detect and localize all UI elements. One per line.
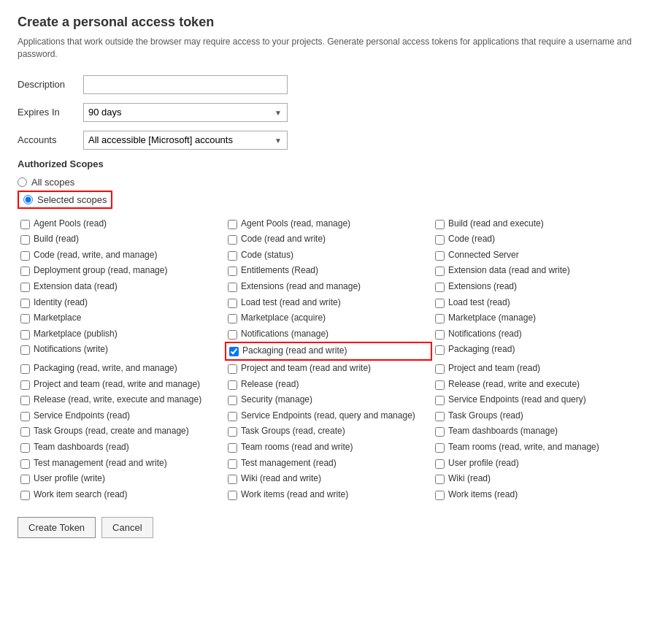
scope-checkbox-26[interactable] [435, 345, 445, 355]
scope-item-14[interactable]: Extensions (read) [432, 279, 639, 295]
scope-item-45[interactable]: Test management (read and write) [18, 456, 225, 472]
scope-item-10[interactable]: Entitlements (Read) [225, 263, 432, 279]
scope-checkbox-15[interactable] [20, 299, 30, 308]
scope-checkbox-34[interactable] [228, 396, 237, 405]
scope-item-6[interactable]: Code (read, write, and manage) [18, 248, 225, 264]
scope-item-29[interactable]: Project and team (read) [432, 361, 639, 377]
all-scopes-option[interactable]: All scopes [18, 177, 639, 188]
scope-checkbox-24[interactable] [20, 345, 30, 355]
scope-checkbox-19[interactable] [228, 314, 237, 323]
scope-item-26[interactable]: Packaging (read) [432, 342, 639, 361]
scope-item-2[interactable]: Build (read and execute) [432, 216, 639, 232]
scope-checkbox-38[interactable] [435, 412, 445, 421]
scope-checkbox-20[interactable] [435, 314, 445, 323]
scope-checkbox-48[interactable] [20, 475, 30, 484]
scope-checkbox-17[interactable] [435, 299, 445, 308]
scope-item-34[interactable]: Security (manage) [225, 392, 432, 408]
scope-item-25[interactable]: Packaging (read and write) [225, 342, 432, 361]
scope-item-36[interactable]: Service Endpoints (read) [18, 408, 225, 424]
scope-item-46[interactable]: Test management (read) [225, 456, 432, 472]
scope-item-48[interactable]: User profile (write) [18, 471, 225, 487]
scope-item-11[interactable]: Extension data (read and write) [432, 263, 639, 279]
scope-checkbox-3[interactable] [20, 235, 30, 245]
scope-item-41[interactable]: Team dashboards (manage) [432, 423, 639, 440]
scope-checkbox-27[interactable] [20, 364, 30, 374]
scope-checkbox-2[interactable] [435, 220, 445, 229]
scope-item-9[interactable]: Deployment group (read, manage) [18, 263, 225, 279]
scope-checkbox-13[interactable] [228, 283, 237, 292]
scope-item-44[interactable]: Team rooms (read, write, and manage) [432, 440, 639, 456]
scope-checkbox-29[interactable] [435, 364, 445, 374]
scope-item-22[interactable]: Notifications (manage) [225, 326, 432, 342]
scope-checkbox-28[interactable] [228, 364, 237, 374]
scope-item-33[interactable]: Release (read, write, execute and manage… [18, 392, 225, 408]
scope-checkbox-16[interactable] [228, 299, 237, 308]
scope-checkbox-53[interactable] [435, 491, 445, 500]
selected-scopes-option[interactable]: Selected scopes [18, 191, 639, 209]
scope-item-1[interactable]: Agent Pools (read, manage) [225, 216, 432, 232]
scope-checkbox-41[interactable] [435, 427, 445, 437]
scope-checkbox-52[interactable] [228, 491, 237, 500]
scope-item-16[interactable]: Load test (read and write) [225, 295, 432, 311]
scope-item-42[interactable]: Team dashboards (read) [18, 440, 225, 456]
scope-checkbox-8[interactable] [435, 251, 445, 261]
scope-item-37[interactable]: Service Endpoints (read, query and manag… [225, 408, 432, 424]
scope-item-30[interactable]: Project and team (read, write and manage… [18, 377, 225, 393]
scope-checkbox-30[interactable] [20, 380, 30, 390]
scope-checkbox-6[interactable] [20, 251, 30, 261]
scope-item-38[interactable]: Task Groups (read) [432, 408, 639, 424]
description-input[interactable] [83, 75, 288, 94]
scope-checkbox-25[interactable] [229, 347, 239, 356]
scope-item-51[interactable]: Work item search (read) [18, 487, 225, 503]
scope-checkbox-39[interactable] [20, 427, 30, 437]
scope-checkbox-37[interactable] [228, 412, 237, 421]
scope-checkbox-40[interactable] [228, 427, 237, 437]
scope-checkbox-46[interactable] [228, 459, 237, 469]
scope-item-18[interactable]: Marketplace [18, 310, 225, 326]
scope-item-13[interactable]: Extensions (read and manage) [225, 279, 432, 295]
scope-item-21[interactable]: Marketplace (publish) [18, 326, 225, 342]
scope-checkbox-23[interactable] [435, 330, 445, 340]
scope-checkbox-44[interactable] [435, 443, 445, 453]
scope-checkbox-10[interactable] [228, 267, 237, 276]
scope-item-27[interactable]: Packaging (read, write, and manage) [18, 361, 225, 377]
scope-item-28[interactable]: Project and team (read and write) [225, 361, 432, 377]
scope-checkbox-7[interactable] [228, 251, 237, 261]
scope-item-4[interactable]: Code (read and write) [225, 231, 432, 248]
scope-checkbox-42[interactable] [20, 443, 30, 453]
scope-checkbox-0[interactable] [20, 220, 30, 229]
scope-checkbox-33[interactable] [20, 396, 30, 405]
scope-item-39[interactable]: Task Groups (read, create and manage) [18, 423, 225, 440]
scope-item-43[interactable]: Team rooms (read and write) [225, 440, 432, 456]
accounts-select[interactable]: All accessible [Microsoft] accounts [83, 131, 288, 150]
scope-item-50[interactable]: Wiki (read) [432, 471, 639, 487]
scope-item-7[interactable]: Code (status) [225, 248, 432, 264]
all-scopes-radio[interactable] [18, 177, 27, 187]
create-token-button[interactable]: Create Token [18, 517, 96, 538]
scope-checkbox-45[interactable] [20, 459, 30, 469]
scope-item-5[interactable]: Code (read) [432, 231, 639, 248]
expires-select[interactable]: 90 days 30 days 60 days 180 days 1 year … [83, 103, 288, 122]
scope-checkbox-12[interactable] [20, 283, 30, 292]
scope-checkbox-35[interactable] [435, 396, 445, 405]
scope-item-40[interactable]: Task Groups (read, create) [225, 423, 432, 440]
scope-checkbox-14[interactable] [435, 283, 445, 292]
scope-item-15[interactable]: Identity (read) [18, 295, 225, 311]
selected-scopes-radio[interactable] [23, 195, 33, 204]
scope-checkbox-21[interactable] [20, 330, 30, 340]
scope-item-52[interactable]: Work items (read and write) [225, 487, 432, 503]
scope-item-12[interactable]: Extension data (read) [18, 279, 225, 295]
scope-item-53[interactable]: Work items (read) [432, 487, 639, 503]
scope-checkbox-4[interactable] [228, 235, 237, 245]
scope-item-17[interactable]: Load test (read) [432, 295, 639, 311]
scope-item-8[interactable]: Connected Server [432, 248, 639, 264]
scope-checkbox-49[interactable] [228, 475, 237, 484]
scope-item-35[interactable]: Service Endpoints (read and query) [432, 392, 639, 408]
scope-checkbox-1[interactable] [228, 220, 237, 229]
scope-item-32[interactable]: Release (read, write and execute) [432, 377, 639, 393]
scope-item-20[interactable]: Marketplace (manage) [432, 310, 639, 326]
scope-checkbox-22[interactable] [228, 330, 237, 340]
scope-item-31[interactable]: Release (read) [225, 377, 432, 393]
scope-checkbox-47[interactable] [435, 459, 445, 469]
scope-checkbox-50[interactable] [435, 475, 445, 484]
